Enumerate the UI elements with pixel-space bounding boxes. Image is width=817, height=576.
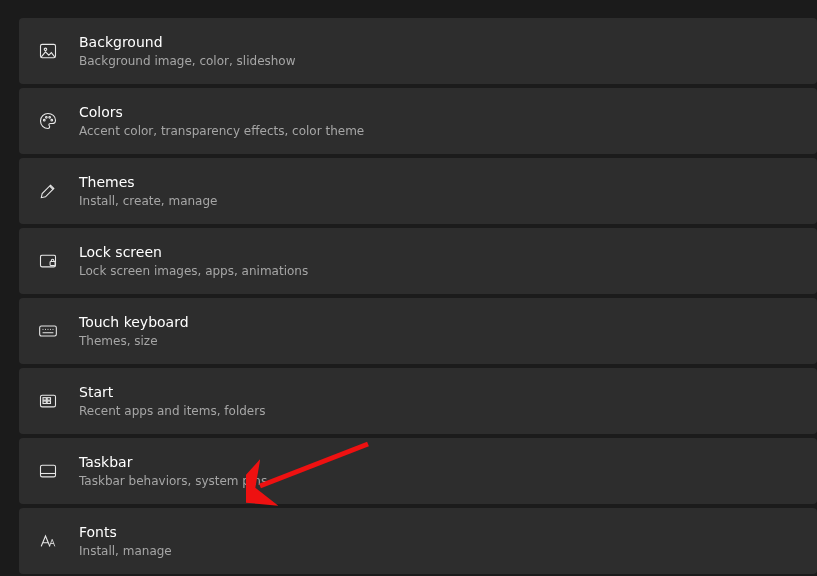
settings-item-desc: Taskbar behaviors, system pins — [79, 473, 267, 489]
settings-item-title: Fonts — [79, 523, 172, 541]
settings-item-desc: Recent apps and items, folders — [79, 403, 265, 419]
svg-point-3 — [46, 116, 48, 118]
settings-item-title: Colors — [79, 103, 364, 121]
settings-item-text: Start Recent apps and items, folders — [79, 383, 265, 418]
settings-item-taskbar[interactable]: Taskbar Taskbar behaviors, system pins — [19, 438, 817, 504]
svg-point-5 — [51, 119, 53, 121]
settings-item-text: Background Background image, color, slid… — [79, 33, 296, 68]
svg-rect-13 — [47, 401, 50, 404]
settings-item-desc: Accent color, transparency effects, colo… — [79, 123, 364, 139]
settings-item-desc: Install, create, manage — [79, 193, 217, 209]
settings-item-background[interactable]: Background Background image, color, slid… — [19, 18, 817, 84]
settings-item-title: Taskbar — [79, 453, 267, 471]
settings-item-text: Touch keyboard Themes, size — [79, 313, 189, 348]
settings-item-touch-keyboard[interactable]: Touch keyboard Themes, size — [19, 298, 817, 364]
svg-rect-8 — [40, 326, 57, 336]
keyboard-icon — [35, 321, 61, 341]
settings-item-title: Touch keyboard — [79, 313, 189, 331]
settings-item-start[interactable]: Start Recent apps and items, folders — [19, 368, 817, 434]
settings-personalization-list: Background Background image, color, slid… — [0, 0, 817, 574]
settings-item-desc: Themes, size — [79, 333, 189, 349]
svg-rect-12 — [43, 401, 46, 404]
settings-item-desc: Background image, color, slideshow — [79, 53, 296, 69]
settings-item-fonts[interactable]: Fonts Install, manage — [19, 508, 817, 574]
taskbar-icon — [35, 461, 61, 481]
settings-item-text: Lock screen Lock screen images, apps, an… — [79, 243, 308, 278]
svg-rect-10 — [43, 398, 46, 401]
settings-item-desc: Install, manage — [79, 543, 172, 559]
svg-point-2 — [43, 119, 45, 121]
settings-item-text: Fonts Install, manage — [79, 523, 172, 558]
settings-item-title: Background — [79, 33, 296, 51]
settings-item-desc: Lock screen images, apps, animations — [79, 263, 308, 279]
settings-item-title: Lock screen — [79, 243, 308, 261]
fonts-icon — [35, 531, 61, 551]
svg-point-1 — [44, 48, 47, 51]
svg-rect-14 — [41, 465, 56, 477]
settings-item-text: Themes Install, create, manage — [79, 173, 217, 208]
start-menu-icon — [35, 391, 61, 411]
svg-point-4 — [49, 116, 51, 118]
svg-rect-11 — [47, 398, 50, 401]
settings-item-themes[interactable]: Themes Install, create, manage — [19, 158, 817, 224]
palette-icon — [35, 111, 61, 131]
lock-screen-icon — [35, 251, 61, 271]
image-icon — [35, 41, 61, 61]
settings-item-title: Start — [79, 383, 265, 401]
brush-icon — [35, 181, 61, 201]
settings-item-colors[interactable]: Colors Accent color, transparency effect… — [19, 88, 817, 154]
settings-item-lock-screen[interactable]: Lock screen Lock screen images, apps, an… — [19, 228, 817, 294]
settings-item-text: Taskbar Taskbar behaviors, system pins — [79, 453, 267, 488]
settings-item-title: Themes — [79, 173, 217, 191]
svg-rect-7 — [50, 261, 55, 265]
settings-item-text: Colors Accent color, transparency effect… — [79, 103, 364, 138]
